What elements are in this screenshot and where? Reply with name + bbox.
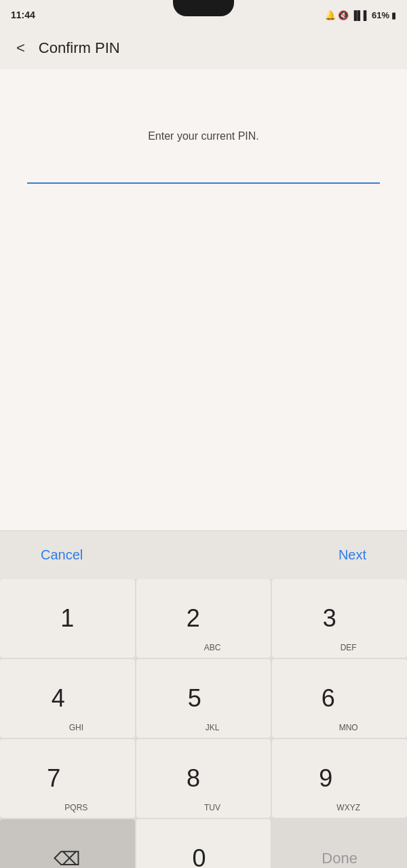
key-6[interactable]: 6 MNO [272,659,407,738]
key-5[interactable]: 5 JKL [136,659,271,738]
signal-icon: ▐▌▌ [351,10,370,20]
key-7[interactable]: 7 PQRS [0,739,135,818]
status-right: 🔔 🔇 ▐▌▌ 61% ▮ [325,10,396,20]
key-2[interactable]: 2 ABC [136,579,271,658]
alarm-icon: 🔔 [325,10,336,20]
action-row: Cancel Next [0,530,407,579]
content-area: Enter your current PIN. [0,69,407,530]
next-button[interactable]: Next [325,542,380,568]
header: < Confirm PIN [0,27,407,69]
backspace-icon: ⌫ [54,848,81,869]
key-done[interactable]: Done [272,819,407,868]
page-title: Confirm PIN [39,39,120,57]
battery-percent: 61% [372,10,389,20]
key-3[interactable]: 3 DEF [272,579,407,658]
battery-icon: ▮ [391,10,396,20]
key-8[interactable]: 8 TUV [136,739,271,818]
key-0[interactable]: 0 + [136,819,271,868]
pin-input[interactable] [27,156,380,184]
mute-icon: 🔇 [338,10,349,20]
status-time: 11:44 [11,9,35,20]
done-label: Done [322,850,357,867]
key-backspace[interactable]: ⌫ [0,819,135,868]
cancel-button[interactable]: Cancel [27,542,96,568]
pin-prompt: Enter your current PIN. [148,130,259,142]
key-4[interactable]: 4 GHI [0,659,135,738]
back-button[interactable]: < [11,37,31,60]
pin-input-wrapper [27,156,380,184]
key-9[interactable]: 9 WXYZ [272,739,407,818]
numpad: 1 2 ABC 3 DEF 4 GHI 5 JKL 6 MNO 7 PQRS 8… [0,579,407,868]
key-1[interactable]: 1 [0,579,135,658]
notch [173,0,234,16]
status-icons: 🔔 🔇 ▐▌▌ 61% ▮ [325,10,396,20]
